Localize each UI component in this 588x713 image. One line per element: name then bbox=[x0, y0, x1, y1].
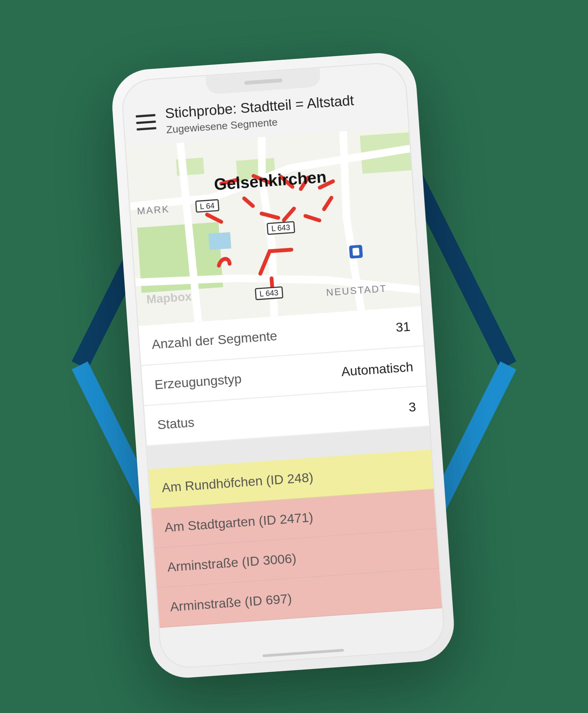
info-label: Erzeugungstyp bbox=[154, 371, 242, 393]
svg-rect-5 bbox=[209, 232, 232, 250]
map-mark-label: MARK bbox=[136, 204, 170, 217]
segment-label: Arminstraße (ID 697) bbox=[170, 591, 292, 614]
road-shield: L 643 bbox=[255, 286, 283, 300]
app-screen: Stichprobe: Stadtteil = Altstadt Zugewie… bbox=[121, 62, 445, 669]
info-label: Anzahl der Segmente bbox=[151, 328, 278, 352]
info-value: Automatisch bbox=[341, 359, 414, 379]
segment-label: Am Rundhöfchen (ID 248) bbox=[161, 470, 314, 495]
transit-icon bbox=[349, 245, 363, 259]
road-shield: L 643 bbox=[267, 221, 295, 235]
info-value: 31 bbox=[395, 319, 411, 335]
info-value: 3 bbox=[408, 399, 417, 415]
segment-label: Arminstraße (ID 3006) bbox=[167, 551, 297, 574]
segment-label: Am Stadtgarten (ID 2471) bbox=[164, 510, 314, 535]
info-section: Anzahl der Segmente 31 Erzeugungstyp Aut… bbox=[139, 306, 429, 446]
menu-icon[interactable] bbox=[136, 114, 156, 130]
segment-list: Am Rundhöfchen (ID 248) Am Stadtgarten (… bbox=[149, 449, 445, 669]
info-label: Status bbox=[157, 415, 195, 433]
road-shield: L 64 bbox=[195, 199, 219, 213]
map-view[interactable]: Gelsenkirchen NEUSTADT MARK Mapbox L 64 … bbox=[126, 127, 421, 326]
phone-mockup: Stichprobe: Stadtteil = Altstadt Zugewie… bbox=[110, 50, 456, 680]
